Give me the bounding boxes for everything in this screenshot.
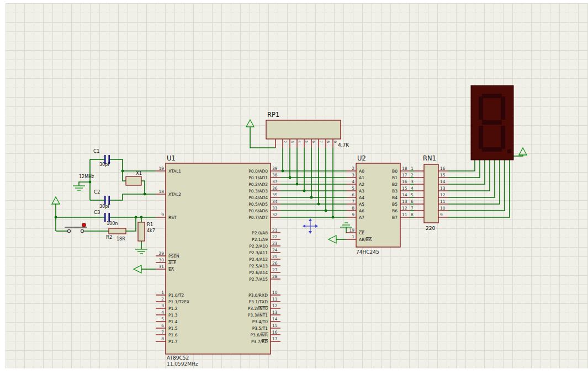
wire[interactable] <box>126 217 136 231</box>
capacitor-plate[interactable] <box>108 196 110 205</box>
pin-name: B3 <box>392 189 398 194</box>
pin-name: B1 <box>392 175 398 180</box>
capacitor-plate[interactable] <box>108 213 110 222</box>
pin-name: P2.0/A8 <box>252 231 268 235</box>
pin-number: 31 <box>158 264 164 269</box>
power-terminal[interactable] <box>52 197 60 204</box>
pin-number: 11 <box>440 199 446 204</box>
junction-dot <box>332 216 335 219</box>
pin-name: P1.4 <box>168 319 178 324</box>
capacitor-plate[interactable] <box>104 213 106 222</box>
pin-name: AB/BA <box>359 237 372 242</box>
pin-name: RST <box>168 215 177 220</box>
pin-number: 10 <box>440 206 446 211</box>
pin-name: B4 <box>392 195 398 200</box>
wire[interactable] <box>79 182 90 186</box>
c2-value-label: 30pF <box>99 204 110 209</box>
r2-ref-label: R2 <box>106 234 112 240</box>
pin-number: 16 <box>272 330 278 335</box>
cursor-crosshair-icon <box>315 224 318 228</box>
segment-f <box>479 97 483 120</box>
capacitor-plate[interactable] <box>104 196 106 205</box>
segment-dp <box>507 149 511 153</box>
wire[interactable] <box>448 160 475 171</box>
pin-name: P0.2/AD2 <box>248 182 268 187</box>
junction-dot <box>121 170 124 173</box>
pin-number: 18 <box>402 166 407 171</box>
power-terminal[interactable] <box>329 235 336 243</box>
push-button-contact[interactable] <box>67 229 70 232</box>
pin-number: 4 <box>411 186 414 191</box>
button-actuator[interactable] <box>82 223 86 227</box>
segment-e <box>479 126 483 149</box>
pin-number: 3 <box>290 141 294 143</box>
pin-number: 34 <box>272 199 278 204</box>
wire[interactable] <box>141 181 145 194</box>
pin-name: A4 <box>359 195 364 200</box>
r1-body[interactable] <box>138 222 145 241</box>
pin-name: P0.4/AD4 <box>248 195 268 200</box>
power-terminal[interactable] <box>134 265 141 273</box>
pin-number: 22 <box>272 234 278 239</box>
wire[interactable] <box>448 160 490 191</box>
cursor-crosshair-icon <box>303 224 305 228</box>
pin-number: 6 <box>352 192 354 197</box>
pin-name: A6 <box>359 208 364 213</box>
rp1-body[interactable] <box>266 120 341 139</box>
pin-name: A3 <box>359 189 364 194</box>
pin-number: 8 <box>326 141 330 143</box>
pin-name: B0 <box>392 169 398 174</box>
pin-number: 6 <box>161 323 164 328</box>
pin-name: P0.3/AD3 <box>248 189 268 194</box>
pin-number: 18 <box>158 189 164 194</box>
pin-name: P0.7/AD7 <box>248 215 268 220</box>
pin-number: 28 <box>272 274 278 279</box>
pin-number: 7 <box>411 206 414 211</box>
power-terminal[interactable] <box>246 120 254 127</box>
pin-number: 23 <box>272 241 278 246</box>
segment-d <box>482 147 502 152</box>
pin-number: 19 <box>349 228 354 233</box>
pin-name: XTAL1 <box>168 169 181 174</box>
pin-number: 2 <box>352 166 354 171</box>
pin-name: P2.4/A12 <box>249 257 268 262</box>
seven-segment-display[interactable] <box>471 85 513 160</box>
pin-number: 10 <box>272 290 278 295</box>
pin-number: 3 <box>411 179 414 184</box>
pin-number: 7 <box>319 141 323 143</box>
wire[interactable] <box>448 160 485 184</box>
rp1-ref-label: RP1 <box>267 111 279 119</box>
pin-number: 38 <box>272 173 278 178</box>
pin-name: P0.0/AD0 <box>248 169 268 174</box>
junction-dot <box>310 196 313 199</box>
pin-name: B6 <box>392 208 398 213</box>
rn1-ref-label: RN1 <box>423 154 436 162</box>
push-button-contact[interactable] <box>81 229 83 232</box>
pin-number: 12 <box>440 192 446 197</box>
r2-body[interactable] <box>109 228 126 234</box>
wire[interactable] <box>448 160 495 197</box>
wire[interactable] <box>448 160 510 217</box>
wire[interactable] <box>110 194 156 200</box>
u2-ref-label: U2 <box>357 154 366 162</box>
power-terminal[interactable] <box>519 148 527 155</box>
pin-number: 8 <box>352 206 354 211</box>
pin-number: 9 <box>352 212 354 217</box>
pin-number: 13 <box>440 186 446 191</box>
rn1-body[interactable] <box>424 164 438 223</box>
pin-number: 7 <box>352 199 354 204</box>
x1-crystal-body[interactable] <box>126 176 141 185</box>
pin-number: 11 <box>272 297 278 302</box>
pin-number: 6 <box>411 199 414 204</box>
schematic-canvas[interactable]: 19XTAL118XTAL29RST29PSEN30ALE31EA1P1.0/T… <box>0 0 588 375</box>
x1-ref-label: X1 <box>136 170 142 176</box>
pin-number: 11 <box>402 212 407 217</box>
junction-dot <box>55 216 57 219</box>
pin-name: P1.5 <box>168 326 178 331</box>
r2-value-label: 18R <box>116 237 125 242</box>
pin-number: 8 <box>411 212 414 217</box>
x1-value-label: 12MHz <box>79 174 94 179</box>
wire[interactable] <box>448 160 505 211</box>
pin-name: P2.6/A14 <box>249 270 268 275</box>
pin-name: P1.6 <box>168 333 178 338</box>
